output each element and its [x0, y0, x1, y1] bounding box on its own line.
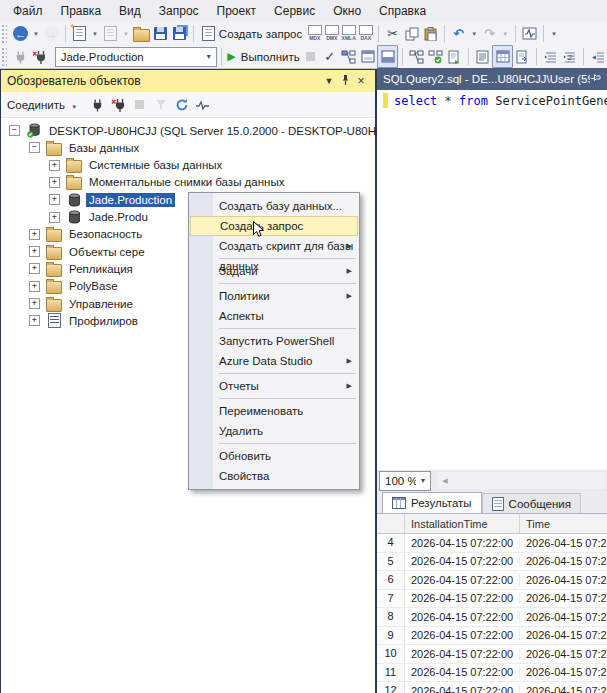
results-pane-toggle-icon[interactable] — [377, 45, 398, 68]
context-menu-item-properties[interactable]: Свойства — [189, 466, 359, 486]
tree-expander-icon[interactable]: + — [49, 160, 60, 171]
time-cell[interactable]: 2026-04-15 07:21: — [520, 685, 607, 693]
menu-item-window[interactable]: Окно — [324, 0, 370, 22]
change-connection-icon[interactable] — [30, 46, 49, 67]
uncomment-selection-icon[interactable]: 2 — [560, 46, 579, 67]
database-combo[interactable]: Jade.Production ▼ — [55, 47, 217, 67]
row-number-cell[interactable]: 5 — [377, 553, 405, 571]
menu-item-query[interactable]: Запрос — [150, 0, 208, 22]
menu-item-tools[interactable]: Сервис — [265, 0, 324, 22]
display-estimated-plan-icon[interactable] — [339, 46, 358, 67]
table-row[interactable]: 102026-04-15 07:22:002026-04-15 07:22: — [377, 645, 607, 664]
tab-pin-icon[interactable] — [590, 73, 601, 86]
connect-object-explorer-icon[interactable] — [88, 94, 107, 115]
tree-row[interactable]: +Моментальные снимки базы данных — [49, 174, 287, 191]
decrease-indent-icon[interactable] — [588, 46, 607, 67]
time-cell[interactable]: 2026-04-15 07:22: — [520, 574, 607, 586]
context-menu-item-facets[interactable]: Аспекты — [189, 306, 359, 326]
time-cell[interactable]: 2026-04-15 07:22: — [520, 648, 607, 660]
menu-item-file[interactable]: Файл — [4, 0, 52, 22]
window-position-icon[interactable]: ▼ — [321, 76, 337, 86]
toolbar-grip[interactable] — [2, 24, 7, 43]
navigate-forward-button[interactable]: → — [42, 23, 61, 44]
cut-icon[interactable]: ✂ — [383, 23, 402, 44]
context-menu-item-rename[interactable]: Переименовать — [189, 401, 359, 421]
table-row[interactable]: 122026-04-15 07:22:002026-04-15 07:21: — [377, 682, 607, 693]
connect-icon[interactable] — [11, 46, 30, 67]
installation-time-cell[interactable]: 2026-04-15 07:22:00 — [405, 611, 520, 623]
query-options-icon[interactable] — [358, 46, 377, 67]
tree-row[interactable]: +PolyBase — [29, 278, 121, 295]
row-number-cell[interactable]: 8 — [377, 608, 405, 626]
results-to-text-icon[interactable] — [473, 46, 492, 67]
tree-row[interactable]: +Управление — [29, 295, 136, 312]
context-menu-item-script-database-as[interactable]: Создать скрипт для базы данных▶ — [189, 236, 359, 256]
row-number-cell[interactable]: 10 — [377, 645, 405, 663]
tree-row[interactable]: +Системные базы данных — [49, 157, 225, 174]
context-menu-item-new-query[interactable]: Создать запрос — [190, 216, 358, 236]
context-menu-item-delete[interactable]: Удалить — [189, 421, 359, 441]
tree-row[interactable]: +Jade.Produ — [49, 209, 151, 226]
open-file-icon[interactable] — [101, 23, 120, 44]
tree-expander-icon[interactable]: + — [49, 212, 60, 223]
query-document-tab[interactable]: SQLQuery2.sql - DE...U80HCJJ\User (59))* — [377, 68, 607, 90]
installation-time-cell[interactable]: 2026-04-15 07:22:00 — [405, 648, 520, 660]
tree-expander-icon[interactable]: − — [29, 142, 40, 153]
include-client-statistics-icon[interactable] — [445, 46, 464, 67]
dax-query-icon[interactable]: DAX — [357, 25, 374, 42]
row-number-cell[interactable]: 4 — [377, 534, 405, 552]
tree-row[interactable]: −DESKTOP-U80HCJJ (SQL Server 15.0.2000 -… — [9, 122, 430, 139]
tree-expander-icon[interactable]: − — [9, 125, 20, 136]
context-menu-item-refresh[interactable]: Обновить — [189, 446, 359, 466]
time-cell[interactable]: 2026-04-15 07:21: — [520, 666, 607, 678]
tree-row[interactable]: +Репликация — [29, 260, 136, 277]
table-row[interactable]: 72026-04-15 07:22:002026-04-15 07:22: — [377, 590, 607, 609]
zoom-combo[interactable]: 100 % ▼ — [379, 471, 431, 491]
installation-time-cell[interactable]: 2026-04-15 07:22:00 — [405, 574, 520, 586]
include-live-query-stats-icon[interactable] — [426, 46, 445, 67]
menu-item-project[interactable]: Проект — [208, 0, 266, 22]
toolbar-overflow-dropdown[interactable]: ▼ — [548, 31, 560, 37]
save-icon[interactable] — [151, 23, 170, 44]
menu-item-help[interactable]: Справка — [370, 0, 435, 22]
table-row[interactable]: 112026-04-15 07:22:002026-04-15 07:21: — [377, 664, 607, 683]
execute-button[interactable]: ▶ Выполнить — [226, 46, 302, 67]
table-row[interactable]: 52026-04-15 07:22:002026-04-15 07:22: — [377, 553, 607, 572]
table-row[interactable]: 82026-04-15 07:22:002026-04-15 07:22: — [377, 608, 607, 627]
include-actual-plan-icon[interactable] — [407, 46, 426, 67]
stop-icon[interactable] — [130, 94, 149, 115]
column-header-installation-time[interactable]: InstallationTime — [405, 514, 520, 533]
save-all-icon[interactable] — [170, 23, 189, 44]
comment-selection-icon[interactable] — [541, 46, 560, 67]
close-icon[interactable]: × — [353, 74, 369, 88]
time-cell[interactable]: 2026-04-15 07:22: — [520, 592, 607, 604]
installation-time-cell[interactable]: 2026-04-15 07:22:00 — [405, 685, 520, 693]
activity-monitor-icon[interactable] — [193, 94, 212, 115]
context-menu-item-new-database[interactable]: Создать базу данных... — [189, 196, 359, 216]
tree-row[interactable]: +Jade.Production — [49, 191, 175, 208]
disconnect-icon[interactable] — [109, 94, 128, 115]
context-menu-item-azure-data-studio[interactable]: Azure Data Studio▶ — [189, 351, 359, 371]
tree-expander-icon[interactable]: + — [29, 229, 40, 240]
context-menu-item-policies[interactable]: Политики▶ — [189, 286, 359, 306]
filter-icon[interactable] — [151, 94, 170, 115]
tree-expander-icon[interactable]: + — [29, 246, 40, 257]
pin-icon[interactable] — [337, 75, 353, 88]
row-number-cell[interactable]: 9 — [377, 627, 405, 645]
tree-row[interactable]: −Базы данных — [29, 139, 142, 156]
time-cell[interactable]: 2026-04-15 07:22: — [520, 629, 607, 641]
tree-row[interactable]: +Профилиров — [29, 312, 141, 329]
tree-expander-icon[interactable]: + — [29, 315, 40, 326]
toolbar-grip[interactable] — [2, 47, 7, 66]
results-to-grid-icon[interactable] — [492, 45, 513, 68]
navigate-back-button[interactable]: ← — [11, 23, 30, 44]
mdx-query-icon[interactable]: MDX — [306, 25, 323, 42]
installation-time-cell[interactable]: 2026-04-15 07:22:00 — [405, 537, 520, 549]
context-menu-item-tasks[interactable]: Задачи▶ — [189, 261, 359, 281]
tree-row[interactable]: +Безопасность — [29, 226, 145, 243]
menu-item-view[interactable]: Вид — [110, 0, 150, 22]
installation-time-cell[interactable]: 2026-04-15 07:22:00 — [405, 629, 520, 641]
refresh-icon[interactable] — [172, 94, 191, 115]
tree-expander-icon[interactable]: + — [49, 177, 60, 188]
tree-expander-icon[interactable]: + — [49, 194, 60, 205]
